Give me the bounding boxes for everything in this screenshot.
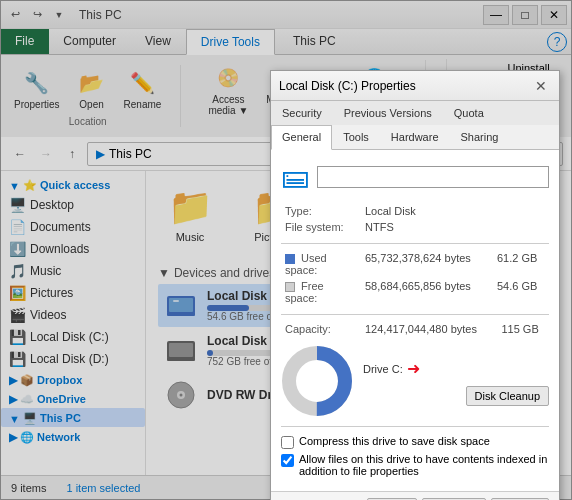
used-bytes: 65,732,378,624 bytes [361, 250, 493, 278]
fs-value: NTFS [361, 219, 549, 235]
fs-label: File system: [281, 219, 361, 235]
dialog-tabs-row2: General Tools Hardware Sharing [271, 125, 559, 150]
checkbox-compress-row: Compress this drive to save disk space [281, 435, 549, 449]
arrow-indicator: ➜ [407, 359, 420, 378]
drive-label-row: Drive C: ➜ [363, 359, 549, 378]
checkbox-index-label: Allow files on this drive to have conten… [299, 453, 549, 477]
fs-row: File system: NTFS [281, 219, 549, 235]
type-row: Type: Local Disk [281, 203, 549, 219]
checkbox-compress[interactable] [281, 436, 294, 449]
disk-cleanup-button[interactable]: Disk Cleanup [466, 386, 549, 406]
dialog-space-table: Used space: 65,732,378,624 bytes 61.2 GB… [281, 250, 549, 306]
properties-dialog: Local Disk (C:) Properties ✕ Security Pr… [270, 70, 560, 500]
dialog-tab-general[interactable]: General [271, 125, 332, 150]
dialog-tab-security[interactable]: Security [271, 101, 333, 125]
checkbox-index[interactable] [281, 454, 294, 467]
drive-c-cleanup-area: Drive C: ➜ Disk Cleanup [363, 359, 549, 406]
capacity-gb: 115 GB [497, 321, 549, 337]
dialog-body: 🖴 Type: Local Disk File system: NTFS [271, 150, 559, 491]
capacity-label: Capacity: [281, 321, 361, 337]
dialog-tab-prevversions[interactable]: Previous Versions [333, 101, 443, 125]
checkboxes-area: Compress this drive to save disk space A… [281, 435, 549, 477]
checkbox-compress-label: Compress this drive to save disk space [299, 435, 490, 447]
donut-cleanup-row: Drive C: ➜ Disk Cleanup [281, 345, 549, 420]
dialog-disk-icon: 🖴 [281, 160, 309, 193]
divider3 [281, 426, 549, 427]
capacity-row: Capacity: 124,417,044,480 bytes 115 GB [281, 321, 549, 337]
capacity-bytes: 124,417,044,480 bytes [361, 321, 497, 337]
free-gb: 54.6 GB [493, 278, 549, 306]
free-bytes: 58,684,665,856 bytes [361, 278, 493, 306]
divider1 [281, 243, 549, 244]
dialog-tabs-row1: Security Previous Versions Quota [271, 101, 559, 125]
dialog-footer: OK Cancel Apply [271, 491, 559, 500]
dialog-name-input[interactable] [317, 166, 549, 188]
svg-point-12 [299, 363, 335, 399]
type-label: Type: [281, 203, 361, 219]
dialog-close-button[interactable]: ✕ [531, 76, 551, 96]
used-row: Used space: 65,732,378,624 bytes 61.2 GB [281, 250, 549, 278]
dialog-capacity-row: Capacity: 124,417,044,480 bytes 115 GB [281, 321, 549, 337]
dialog-title-text: Local Disk (C:) Properties [279, 79, 416, 93]
free-row: Free space: 58,684,665,856 bytes 54.6 GB [281, 278, 549, 306]
type-value: Local Disk [361, 203, 549, 219]
drive-label: Drive C: [363, 363, 403, 375]
dialog-header-row: 🖴 [281, 160, 549, 193]
donut-chart [281, 345, 353, 420]
dialog-title-bar: Local Disk (C:) Properties ✕ [271, 71, 559, 101]
dialog-tab-quota[interactable]: Quota [443, 101, 495, 125]
dialog-tab-hardware[interactable]: Hardware [380, 125, 450, 149]
used-gb: 61.2 GB [493, 250, 549, 278]
dialog-properties-table: Type: Local Disk File system: NTFS [281, 203, 549, 235]
free-swatch [285, 282, 295, 292]
used-swatch [285, 254, 295, 264]
divider2 [281, 314, 549, 315]
checkbox-index-row: Allow files on this drive to have conten… [281, 453, 549, 477]
dialog-tab-tools[interactable]: Tools [332, 125, 380, 149]
dialog-tab-sharing[interactable]: Sharing [450, 125, 510, 149]
